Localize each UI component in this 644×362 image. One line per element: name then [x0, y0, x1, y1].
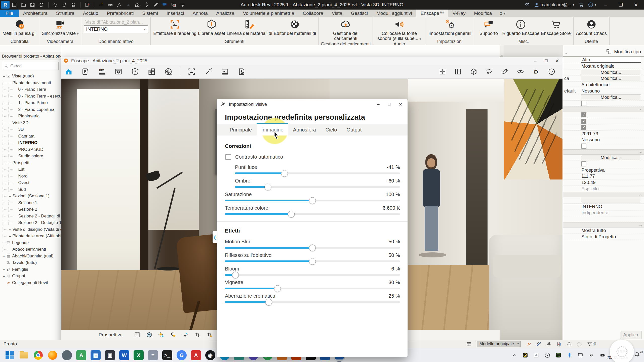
- home-icon[interactable]: [64, 67, 74, 77]
- slider-track[interactable]: [225, 200, 400, 201]
- ribbon-tab-v-ray[interactable]: V-Ray: [448, 10, 470, 17]
- tree-item-gruppi[interactable]: +Gruppi: [2, 273, 61, 280]
- slider-thumb[interactable]: [274, 285, 281, 292]
- slider-thumb[interactable]: [309, 197, 316, 204]
- gear-icon[interactable]: ⚙: [531, 67, 541, 77]
- expand-toggle[interactable]: −: [2, 241, 7, 245]
- measure-pin-icon[interactable]: [98, 2, 104, 8]
- crop-region-icon[interactable]: [206, 331, 213, 339]
- tree-item-legende[interactable]: −Legende: [2, 240, 61, 246]
- ribbon-tab-analizza[interactable]: Analizza: [212, 10, 239, 17]
- sync-icon[interactable]: [38, 2, 45, 8]
- thin-lines-icon[interactable]: [161, 2, 168, 8]
- open-folder-icon[interactable]: [20, 2, 27, 8]
- close-hidden-icon[interactable]: [170, 2, 177, 8]
- expand-toggle[interactable]: −: [2, 74, 7, 78]
- type-selector-caret-icon[interactable]: ⌄: [565, 51, 568, 55]
- ribbon-tab-inserisci[interactable]: Inserisci: [162, 10, 188, 17]
- pen-icon[interactable]: [500, 67, 510, 77]
- tray-play-icon[interactable]: [544, 352, 551, 359]
- property-value[interactable]: Mostra tutto: [581, 228, 644, 233]
- slider-thumb[interactable]: [281, 170, 288, 177]
- tree-item-piante-delle-aree-affittabil[interactable]: ┊···+Piante delle aree (Affittabil: [2, 233, 61, 240]
- notes-icon[interactable]: [80, 67, 90, 77]
- tray-drive-icon[interactable]: [533, 352, 540, 359]
- app-blue-grid-icon[interactable]: ▦: [91, 350, 101, 360]
- visual-style-icon[interactable]: [145, 331, 153, 339]
- project-browser-title[interactable]: Browser di progetto - Abitazione_...: [0, 52, 61, 60]
- dialog-tab-immagine[interactable]: Immagine: [257, 124, 288, 135]
- crop-view-icon[interactable]: [194, 331, 201, 339]
- exclude-options-icon[interactable]: [536, 341, 542, 347]
- lasso-icon[interactable]: [484, 67, 494, 77]
- slider-track[interactable]: [235, 172, 400, 174]
- grid-assets-icon[interactable]: [437, 67, 448, 77]
- expand-toggle[interactable]: +: [7, 234, 12, 238]
- property-checkbox[interactable]: [581, 125, 586, 130]
- revit-logo-icon[interactable]: R: [1, 1, 10, 9]
- ribbon-button-collocare-la-fonte-sonora-sulla-supe-[interactable]: Collocare la fonte sonora (sulla supe...…: [375, 19, 423, 41]
- ribbon-tab-modifica[interactable]: Modifica: [470, 10, 496, 17]
- sun-path-icon[interactable]: [157, 331, 165, 339]
- dimension-icon[interactable]: [107, 2, 113, 8]
- image-render-icon[interactable]: [220, 67, 230, 77]
- modify-type-button[interactable]: Modifica tipo: [606, 49, 642, 55]
- dialog-tab-principale[interactable]: Principale: [225, 124, 257, 135]
- ribbon-tab-prefabbricati[interactable]: Prefabbricati: [103, 10, 138, 17]
- ribbon-button-gestione-dei-caricamenti[interactable]: Gestione dei caricamenti: [322, 19, 370, 41]
- property-value[interactable]: Nessuno: [581, 88, 644, 94]
- view-scale-label[interactable]: Prospettiva: [99, 332, 123, 338]
- property-value[interactable]: 2091.73: [581, 131, 644, 137]
- export-check-icon[interactable]: [236, 67, 247, 77]
- tree-item-0-piano-terra[interactable]: ┊···┊···0 - Piano Terra: [2, 86, 61, 93]
- slider-track[interactable]: [235, 186, 400, 188]
- slider-track[interactable]: [225, 260, 400, 262]
- tree-item-interno[interactable]: ┊···┊···INTERNO: [2, 140, 61, 146]
- property-value[interactable]: Mostra originale: [581, 63, 644, 69]
- ribbon-button-editor-dei-materiali-di[interactable]: Editor dei materiali di: [274, 19, 316, 36]
- tree-item-est[interactable]: ┊···┊···Est: [2, 166, 61, 173]
- tree-item-sezione-1[interactable]: ┊···┊···Sezione 1: [2, 200, 61, 206]
- close-button[interactable]: ✕: [552, 57, 563, 65]
- start-icon[interactable]: [5, 350, 15, 360]
- tree-item-capriata[interactable]: ┊···┊···Capriata: [2, 133, 61, 140]
- slider-thumb[interactable]: [265, 299, 272, 305]
- print-icon[interactable]: [70, 2, 77, 8]
- dialog-tab-cielo[interactable]: Cielo: [321, 124, 342, 135]
- close-button[interactable]: ✕: [630, 0, 641, 10]
- properties-group-header[interactable]: ︿: [563, 107, 644, 112]
- notification-bell-icon[interactable]: zz: [634, 351, 640, 357]
- properties-group-header[interactable]: ︿: [563, 222, 644, 228]
- enscape-titlebar[interactable]: Enscape - Abitazione_2 piani_4_2025 – □ …: [61, 57, 563, 65]
- tree-item-sezione-2-dettagli-di-fa[interactable]: ┊···┊···Sezione 2 - Dettagli di fa: [2, 213, 61, 220]
- ribbon-button-libreria-dei-materiali-di[interactable]: Libreria dei materiali di: [227, 19, 272, 36]
- terminal-icon[interactable]: >_: [162, 350, 172, 360]
- expand-toggle[interactable]: −: [7, 161, 12, 165]
- slider-track[interactable]: [225, 213, 400, 215]
- maximize-button[interactable]: □: [541, 57, 552, 65]
- restore-button[interactable]: ❐: [615, 0, 626, 10]
- ribbon-button-account-chaos[interactable]: Account Chaos: [576, 19, 607, 36]
- ribbon-button-impostazioni-generali[interactable]: ⚙⚙Impostazioni generali: [428, 19, 471, 36]
- text-icon[interactable]: A: [125, 2, 132, 8]
- property-edit-button[interactable]: Modifica...: [581, 95, 641, 100]
- search-icon[interactable]: [525, 2, 530, 8]
- expand-toggle[interactable]: +: [7, 227, 12, 232]
- ribbon-button-supporto[interactable]: Supporto: [476, 19, 501, 36]
- ribbon-tab-sistemi[interactable]: Sistemi: [138, 10, 162, 17]
- slider-thumb[interactable]: [288, 211, 295, 217]
- tray-monitor-icon[interactable]: [577, 352, 584, 359]
- chain-link-icon[interactable]: [526, 341, 532, 347]
- default-3d-view-icon[interactable]: [134, 2, 141, 8]
- property-value[interactable]: 111.77: [581, 173, 644, 179]
- minimize-button[interactable]: –: [530, 57, 541, 65]
- expand-toggle[interactable]: −: [7, 121, 12, 125]
- word-icon[interactable]: W: [119, 350, 129, 360]
- ribbon-button-riguardo-enscape[interactable]: Riguardo Enscape: [502, 19, 539, 36]
- apply-button[interactable]: Applica: [620, 331, 641, 339]
- tree-item-studio-solare[interactable]: ┊···┊···Studio solare: [2, 153, 61, 160]
- app-google-icon[interactable]: G: [177, 350, 187, 360]
- maximize-button[interactable]: □: [384, 99, 395, 110]
- slider-track[interactable]: [225, 301, 400, 303]
- tree-item-viste-tutto-[interactable]: −Viste (tutto): [2, 73, 61, 80]
